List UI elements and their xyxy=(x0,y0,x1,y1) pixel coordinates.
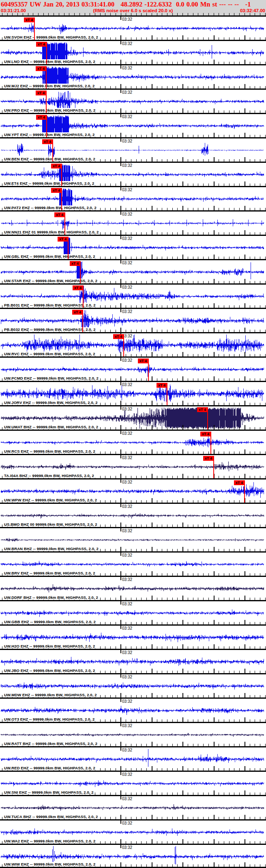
trace-panel-1[interactable]: 03:32xT 4UW.SVOH EHZ -- 99999.0km BW, HI… xyxy=(0,15,266,40)
trace-panel-22[interactable]: 03:32UW.BRAN BHZ -- 99999.0km BW, HIGHPA… xyxy=(0,527,266,551)
trace-panel-6[interactable]: 03:32xT 4UW.BEN EHZ -- 99999.0km BW, HIG… xyxy=(0,137,266,162)
time-label-text: 03:32 xyxy=(122,821,132,825)
trace-label: UW.UMAT BHZ -- 99999.0km BW, HIGHPASS, 2… xyxy=(4,425,99,429)
trace-panel-8[interactable]: 03:32xT 4UW.PAT2 EHZ -- 99999.0km BW, HI… xyxy=(0,186,266,210)
trace-panel-20[interactable]: 03:32xT 4UW.WPW EHZ -- 99999.0km BW, HIG… xyxy=(0,478,266,503)
time-label-text: 03:32 xyxy=(122,188,132,192)
time-label-text: 03:32 xyxy=(122,553,132,557)
trace-panel-5[interactable]: 03:32xT 4UW.YPT EHZ -- 99999.0km BW, HIG… xyxy=(0,113,266,137)
trace-panel-28[interactable]: 03:32UW.MDW EHZ -- 99999.0km BW, HIGHPAS… xyxy=(0,673,266,697)
trace-panel-35[interactable]: 03:32UW.WIW EHZ -- 99999.0km BW, HIGHPAS… xyxy=(0,844,266,868)
pick-flag[interactable]: xT 4 xyxy=(197,407,208,412)
trace-panel-12[interactable]: 03:32xT 4PB.B031 EHZ -- 99999.0km BW, HI… xyxy=(0,283,266,308)
trace-panel-23[interactable]: 03:32UW.BRV EHZ -- 99999.0km BW, HIGHPAS… xyxy=(0,551,266,576)
trace-label: UW.SNI EHZ -- 99999.0km BW, HIGHPASS, 2.… xyxy=(4,790,95,795)
time-label-text: 03:32 xyxy=(122,529,132,533)
time-label-text: 03:32 xyxy=(122,748,132,752)
time-label-text: 03:32 xyxy=(122,699,132,704)
time-label-text: 03:32 xyxy=(122,285,132,289)
time-label-text: 03:32 xyxy=(122,456,132,460)
trace-label: UW.H2O EHZ -- 99999.0km BW, HIGHPASS, 2.… xyxy=(4,644,96,648)
trace-label: UW.RVC EHZ -- 99999.0km BW, HIGHPASS, 2.… xyxy=(4,352,97,356)
trace-panel-34[interactable]: 03:32UW.WA2 EHZ -- 99999.0km BW, HIGHPAS… xyxy=(0,819,266,844)
pick-flag[interactable]: xT 4 xyxy=(234,480,245,485)
pick-flag[interactable]: xT 4 xyxy=(42,139,53,144)
time-label-text: 03:32 xyxy=(122,480,132,484)
time-label-text: 03:32 xyxy=(122,504,132,509)
trace-panel-29[interactable]: 03:32UW.OT3 EHZ -- 99999.0km BW, HIGHPAS… xyxy=(0,697,266,722)
trace-panel-9[interactable]: 03:32xT 4UW.NN21 EHZ 01 99999.0km BW, HI… xyxy=(0,210,266,235)
pick-flag[interactable]: xT 4 xyxy=(138,358,148,363)
pick-flag[interactable]: xT 4 xyxy=(72,310,83,315)
pick-flag[interactable]: xT 4 xyxy=(51,188,62,193)
time-label-text: 03:32 xyxy=(122,431,132,436)
time-label-text: 03:32 xyxy=(122,163,132,168)
pick-flag[interactable]: xT 4 xyxy=(70,261,80,266)
trace-panel-17[interactable]: 03:32xT 4UW.UMAT BHZ -- 99999.0km BW, HI… xyxy=(0,405,266,430)
trace-panel-26[interactable]: 03:32UW.H2O EHZ -- 99999.0km BW, HIGHPAS… xyxy=(0,624,266,649)
trace-label: UW.BRV EHZ -- 99999.0km BW, HIGHPASS, 2.… xyxy=(4,571,97,575)
pick-flag[interactable]: xT 4 xyxy=(58,237,68,242)
trace-label: UW.PCMD EHZ -- 99999.0km BW, HIGHPASS, 2… xyxy=(4,376,100,380)
trace-panel-13[interactable]: 03:32xT 4PB.B032 EHZ -- 99999.0km BW, HI… xyxy=(0,308,266,332)
time-label-text: 03:32 xyxy=(122,626,132,630)
trace-panel-11[interactable]: 03:32xT 4UW.STAR EHZ -- 99999.0km BW, HI… xyxy=(0,259,266,283)
trace-panel-33[interactable]: 03:32UW.TUCA BHZ -- 99999.0km BW, HIGHPA… xyxy=(0,795,266,819)
trace-label: UW.DDRF BHZ -- 99999.0km BW, HIGHPASS, 2… xyxy=(4,595,99,600)
trace-label: UW.WA2 EHZ -- 99999.0km BW, HIGHPASS, 2.… xyxy=(4,839,97,843)
trace-label: UW.JORV EHZ -- 99999.0km BW, HIGHPASS, 2… xyxy=(4,400,99,405)
time-label-text: 03:32 xyxy=(122,66,132,70)
trace-label: UW.GBL EHZ -- 99999.0km BW, HIGHPASS, 2.… xyxy=(4,254,97,259)
window-end-time: 03:32:47.00 xyxy=(240,8,265,13)
time-label-text: 03:32 xyxy=(122,382,132,387)
pick-flag[interactable]: xT 4 xyxy=(113,334,124,339)
time-label-text: 03:32 xyxy=(122,236,132,241)
trace-label: UW.STAR EHZ -- 99999.0km BW, HIGHPASS, 2… xyxy=(4,279,99,283)
trace-panel-31[interactable]: 03:32UW.RED EHZ -- 99999.0km BW, HIGHPAS… xyxy=(0,746,266,771)
pick-flag[interactable]: xT 4 xyxy=(36,42,47,47)
pick-flag[interactable]: xT 4 xyxy=(203,456,214,461)
trace-panel-10[interactable]: 03:32xT 4UW.GBL EHZ -- 99999.0km BW, HIG… xyxy=(0,235,266,259)
trace-label: UW.WIW EHZ -- 99999.0km BW, HIGHPASS, 2.… xyxy=(4,862,97,866)
time-label-text: 03:32 xyxy=(122,723,132,728)
pick-flag[interactable]: xT 4 xyxy=(200,432,211,436)
trace-label: UW.PRO EHZ -- 99999.0km BW, HIGHPASS, 2.… xyxy=(4,108,97,112)
pick-flag[interactable]: xT 4 xyxy=(24,17,34,22)
trace-panel-18[interactable]: 03:32xT 4UW.RCS EHZ -- 99999.0km BW, HIG… xyxy=(0,430,266,454)
trace-panel-19[interactable]: 03:32xT 4TA.I04A BHZ -- 99999.0km BW, HI… xyxy=(0,454,266,478)
pick-flag[interactable]: xT 4 xyxy=(54,212,65,217)
time-label-text: 03:32 xyxy=(122,797,132,801)
trace-label: UW.GBB EHZ -- 99999.0km BW, HIGHPASS, 2.… xyxy=(4,620,97,624)
trace-label: UW.NN21 EHZ 01 99999.0km BW, HIGHPASS, 2… xyxy=(4,230,100,234)
trace-panel-2[interactable]: 03:32xT 4UW.LNO EHZ -- 99999.0km BW, HIG… xyxy=(0,40,266,64)
pick-flag[interactable]: xT 4 xyxy=(51,164,62,168)
trace-panel-14[interactable]: 03:32xT 4UW.RVC EHZ -- 99999.0km BW, HIG… xyxy=(0,332,266,356)
trace-panel-15[interactable]: 03:32xT 4UW.PCMD EHZ -- 99999.0km BW, HI… xyxy=(0,356,266,381)
trace-panel-27[interactable]: 03:32UW.JBO EHZ -- 99999.0km BW, HIGHPAS… xyxy=(0,649,266,673)
trace-label: UW.YPT EHZ -- 99999.0km BW, HIGHPASS, 2.… xyxy=(4,132,96,137)
pick-flag[interactable]: xT 4 xyxy=(36,66,46,71)
trace-label: TA.I04A BHZ -- 99999.0km BW, HIGHPASS, 2… xyxy=(4,473,95,478)
window-start-time: 03:31:21.00 xyxy=(1,8,26,13)
time-label-text: 03:32 xyxy=(122,139,132,143)
trace-panel-16[interactable]: 03:32xT 4UW.JORV EHZ -- 99999.0km BW, HI… xyxy=(0,381,266,405)
trace-panel-24[interactable]: 03:32UW.DDRF BHZ -- 99999.0km BW, HIGHPA… xyxy=(0,576,266,600)
time-label-text: 03:32 xyxy=(122,309,132,314)
trace-panel-30[interactable]: 03:32UW.RATT BHZ -- 99999.0km BW, HIGHPA… xyxy=(0,722,266,746)
trace-label: UW.MJ2 EHZ -- 99999.0km BW, HIGHPASS, 2.… xyxy=(4,84,96,88)
trace-panel-21[interactable]: 03:32US.BMO BHZ 00 99999.0km BW, HIGHPAS… xyxy=(0,503,266,527)
scale-note: (RMS noise over 6.0 s scaled 20.0 x) xyxy=(93,8,173,13)
trace-panel-7[interactable]: 03:32xT 4UW.ET4 EHZ -- 99999.0km BW, HIG… xyxy=(0,162,266,186)
time-label-text: 03:32 xyxy=(122,17,132,22)
trace-panel-32[interactable]: 03:32UW.SNI EHZ -- 99999.0km BW, HIGHPAS… xyxy=(0,771,266,795)
time-label-text: 03:32 xyxy=(122,90,132,95)
trace-panel-4[interactable]: 03:32xT 4UW.PRO EHZ -- 99999.0km BW, HIG… xyxy=(0,89,266,113)
pick-flag[interactable]: xT 4 xyxy=(36,91,46,95)
pick-flag[interactable]: xT 4 xyxy=(73,285,83,290)
trace-label: UW.RATT BHZ -- 99999.0km BW, HIGHPASS, 2… xyxy=(4,741,99,746)
time-label-text: 03:32 xyxy=(122,261,132,265)
trace-panel-3[interactable]: 03:32xT 4UW.MJ2 EHZ -- 99999.0km BW, HIG… xyxy=(0,64,266,89)
pick-flag[interactable]: xT 4 xyxy=(157,383,167,388)
trace-panel-25[interactable]: 03:32UW.GBB EHZ -- 99999.0km BW, HIGHPAS… xyxy=(0,600,266,624)
pick-flag[interactable]: xT 4 xyxy=(36,115,47,120)
